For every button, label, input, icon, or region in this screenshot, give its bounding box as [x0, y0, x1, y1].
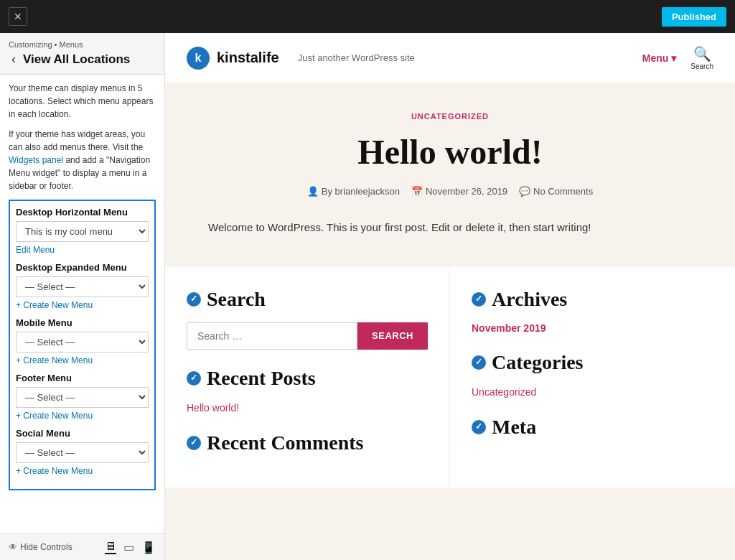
meta-title: ✓ Meta: [472, 416, 713, 439]
site-logo: k: [187, 47, 210, 70]
location-label-desktop-expanded: Desktop Expanded Menu: [16, 262, 149, 273]
recent-comments-dot: ✓: [187, 436, 201, 450]
post-meta: 👤 By brianleejackson 📅 November 26, 2019…: [208, 186, 692, 197]
widget-col-right: ✓ Archives November 2019 ✓ Categories Un…: [450, 266, 735, 487]
search-widget-form: SEARCH: [187, 322, 428, 350]
back-button[interactable]: ‹: [9, 52, 19, 67]
create-menu-link-mobile[interactable]: + Create New Menu: [16, 355, 149, 365]
sidebar-title-row: ‹ View All Locations: [9, 52, 156, 67]
top-bar-left: ✕: [9, 7, 27, 26]
mobile-icon[interactable]: 📱: [141, 540, 156, 554]
location-label-desktop-horizontal: Desktop Horizontal Menu: [16, 207, 149, 218]
sidebar-body: Your theme can display menus in 5 locati…: [0, 75, 164, 533]
location-desktop-horizontal: Desktop Horizontal Menu This is my cool …: [16, 207, 149, 255]
menu-label: Menu: [642, 52, 669, 64]
recent-comments-widget: ✓ Recent Comments: [187, 431, 428, 454]
post-date: 📅 November 26, 2019: [411, 186, 507, 197]
categories-dot: ✓: [472, 355, 486, 370]
location-select-footer[interactable]: — Select —: [16, 387, 149, 408]
location-select-mobile[interactable]: — Select —: [16, 332, 149, 353]
main-layout: Customizing • Menus ‹ View All Locations…: [0, 33, 735, 560]
recent-posts-dot: ✓: [187, 371, 201, 386]
search-widget: ✓ Search SEARCH: [187, 288, 428, 350]
site-header: k kinstalife Just another WordPress site…: [165, 33, 735, 83]
location-select-desktop-horizontal[interactable]: This is my cool menu: [16, 221, 149, 242]
search-submit-button[interactable]: SEARCH: [357, 322, 428, 350]
archives-widget: ✓ Archives November 2019: [472, 288, 713, 334]
location-desktop-expanded: Desktop Expanded Menu — Select — + Creat…: [16, 262, 149, 310]
create-menu-link-footer[interactable]: + Create New Menu: [16, 411, 149, 421]
site-branding: k kinstalife Just another WordPress site: [187, 47, 415, 70]
recent-posts-title: ✓ Recent Posts: [187, 367, 428, 390]
sidebar-footer: 👁 Hide Controls 🖥 ▭ 📱: [0, 533, 164, 560]
create-menu-link-social[interactable]: + Create New Menu: [16, 466, 149, 476]
location-select-social[interactable]: — Select —: [16, 442, 149, 463]
tablet-icon[interactable]: ▭: [123, 540, 134, 554]
sidebar-title: View All Locations: [23, 52, 130, 67]
location-mobile: Mobile Menu — Select — + Create New Menu: [16, 317, 149, 365]
edit-menu-link[interactable]: Edit Menu: [16, 245, 149, 255]
location-label-footer: Footer Menu: [16, 373, 149, 383]
comment-icon: 💬: [519, 186, 530, 197]
preview-area: k kinstalife Just another WordPress site…: [165, 33, 735, 560]
search-icon: 🔍: [693, 45, 711, 62]
recent-posts-widget: ✓ Recent Posts Hello world!: [187, 367, 428, 414]
location-label-mobile: Mobile Menu: [16, 317, 149, 328]
post-category: UNCATEGORIZED: [208, 112, 692, 121]
categories-widget: ✓ Categories Uncategorized: [472, 351, 713, 398]
published-button[interactable]: Published: [662, 7, 726, 27]
sidebar-description-2: If your theme has widget areas, you can …: [9, 128, 156, 192]
post-content: Welcome to WordPress. This is your first…: [208, 218, 692, 237]
location-select-desktop-expanded[interactable]: — Select —: [16, 276, 149, 297]
sidebar-description-1: Your theme can display menus in 5 locati…: [9, 82, 156, 121]
calendar-icon: 📅: [411, 186, 423, 197]
meta-widget: ✓ Meta: [472, 416, 713, 439]
recent-comments-title: ✓ Recent Comments: [187, 431, 428, 454]
search-input[interactable]: [187, 322, 357, 350]
search-widget-title: ✓ Search: [187, 288, 428, 311]
create-menu-link-expanded[interactable]: + Create New Menu: [16, 300, 149, 310]
search-widget-dot: ✓: [187, 292, 201, 307]
search-header-label: Search: [690, 62, 713, 70]
sidebar: Customizing • Menus ‹ View All Locations…: [0, 33, 165, 560]
sidebar-header: Customizing • Menus ‹ View All Locations: [0, 33, 164, 75]
recent-post-item[interactable]: Hello world!: [187, 402, 239, 414]
archives-dot: ✓: [472, 292, 486, 307]
close-button[interactable]: ✕: [9, 7, 27, 26]
widgets-area: ✓ Search SEARCH ✓ Recent Posts Hello wor…: [165, 266, 735, 487]
widget-col-left: ✓ Search SEARCH ✓ Recent Posts Hello wor…: [165, 266, 450, 487]
hide-controls-label: Hide Controls: [20, 542, 72, 552]
location-label-social: Social Menu: [16, 428, 149, 439]
hide-controls-button[interactable]: 👁 Hide Controls: [9, 542, 72, 552]
site-name: kinstalife: [217, 50, 279, 66]
location-footer: Footer Menu — Select — + Create New Menu: [16, 373, 149, 421]
menu-locations-box: Desktop Horizontal Menu This is my cool …: [9, 200, 156, 490]
post-comments: 💬 No Comments: [519, 186, 593, 197]
post-author: 👤 By brianleejackson: [307, 186, 400, 197]
top-bar: ✕ Published: [0, 0, 735, 33]
chevron-down-icon: ▾: [671, 52, 676, 64]
archive-item[interactable]: November 2019: [472, 322, 713, 334]
location-social: Social Menu — Select — + Create New Menu: [16, 428, 149, 476]
categories-title: ✓ Categories: [472, 351, 713, 374]
post-title: Hello world!: [208, 132, 692, 172]
device-icons: 🖥 ▭ 📱: [105, 540, 156, 554]
site-tagline: Just another WordPress site: [298, 52, 415, 63]
meta-dot: ✓: [472, 420, 486, 434]
archives-title: ✓ Archives: [472, 288, 713, 311]
desktop-icon[interactable]: 🖥: [105, 540, 116, 554]
post-area: UNCATEGORIZED Hello world! 👤 By brianlee…: [165, 83, 735, 266]
widgets-panel-link[interactable]: Widgets panel: [9, 155, 63, 165]
category-item[interactable]: Uncategorized: [472, 386, 536, 398]
nav-menu-button[interactable]: Menu ▾: [642, 52, 677, 64]
author-icon: 👤: [307, 186, 319, 197]
eye-icon: 👁: [9, 542, 17, 552]
breadcrumb: Customizing • Menus: [9, 40, 156, 49]
search-header-button[interactable]: 🔍 Search: [690, 45, 713, 70]
site-nav: Menu ▾ 🔍 Search: [642, 45, 713, 70]
